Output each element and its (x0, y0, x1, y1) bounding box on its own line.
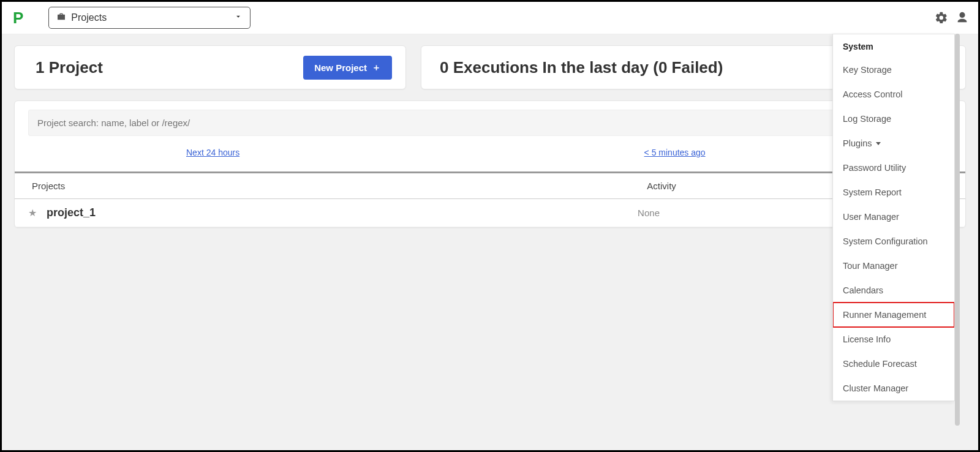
system-menu-item-password-utility[interactable]: Password Utility (833, 156, 954, 180)
system-menu-item-user-manager[interactable]: User Manager (833, 205, 954, 229)
system-menu-heading: System (833, 34, 954, 58)
table-row[interactable]: ★ project_1 None (15, 199, 965, 227)
summary-cards: 1 Project New Project ＋ 0 Executions In … (14, 45, 966, 89)
system-menu-scrollbar[interactable] (955, 34, 960, 426)
recent-link[interactable]: < 5 minutes ago (644, 148, 706, 157)
projects-list-panel: Next 24 hours < 5 minutes ago Projects A… (14, 100, 966, 228)
system-menu-item-system-configuration[interactable]: System Configuration (833, 229, 954, 254)
chevron-down-icon (234, 12, 243, 23)
system-menu-item-plugins[interactable]: Plugins (833, 131, 954, 156)
menu-item-label: Password Utility (843, 163, 906, 173)
executions-title: 0 Executions In the last day (0 Failed) (440, 58, 723, 77)
menu-item-label: Calendars (843, 285, 883, 295)
system-menu-item-schedule-forecast[interactable]: Schedule Forecast (833, 352, 954, 376)
menu-item-label: Key Storage (843, 65, 892, 75)
projects-selector[interactable]: Projects (48, 7, 251, 29)
page-body: 1 Project New Project ＋ 0 Executions In … (2, 34, 978, 450)
system-menu-item-calendars[interactable]: Calendars (833, 278, 954, 303)
caret-down-icon (876, 142, 881, 145)
next-24h-link[interactable]: Next 24 hours (186, 148, 239, 157)
plus-icon: ＋ (372, 62, 381, 73)
menu-item-label: Schedule Forecast (843, 359, 917, 369)
projects-selector-label: Projects (71, 12, 107, 23)
brand-logo: P (13, 9, 24, 28)
system-menu-item-runner-management[interactable]: Runner Management (833, 303, 954, 327)
system-menu-item-key-storage[interactable]: Key Storage (833, 58, 954, 82)
projects-summary-card: 1 Project New Project ＋ (14, 45, 406, 89)
header-projects: Projects (28, 181, 647, 191)
timeline-row: Next 24 hours < 5 minutes ago (28, 136, 952, 169)
system-menu-item-log-storage[interactable]: Log Storage (833, 107, 954, 131)
menu-item-label: Tour Manager (843, 261, 897, 271)
system-menu-item-tour-manager[interactable]: Tour Manager (833, 254, 954, 278)
menu-item-label: Log Storage (843, 114, 891, 124)
new-project-label: New Project (314, 62, 367, 73)
project-name-link[interactable]: project_1 (47, 206, 638, 219)
new-project-button[interactable]: New Project ＋ (303, 56, 392, 80)
system-menu-item-system-report[interactable]: System Report (833, 180, 954, 205)
project-search-input[interactable] (28, 110, 952, 136)
gear-icon[interactable] (934, 10, 949, 25)
menu-item-label: Runner Management (843, 310, 926, 320)
menu-item-label: System Report (843, 187, 902, 197)
project-count-title: 1 Project (36, 58, 103, 77)
menu-item-label: User Manager (843, 212, 899, 222)
system-menu-item-license-info[interactable]: License Info (833, 327, 954, 352)
table-header: Projects Activity (15, 171, 965, 199)
suitcase-icon (56, 12, 66, 24)
menu-item-label: Plugins (843, 138, 872, 148)
menu-item-label: License Info (843, 334, 891, 344)
star-icon[interactable]: ★ (28, 207, 37, 219)
system-menu-item-access-control[interactable]: Access Control (833, 82, 954, 107)
user-icon[interactable] (955, 10, 970, 25)
system-menu-item-cluster-manager[interactable]: Cluster Manager (833, 376, 954, 401)
system-menu: System Key StorageAccess ControlLog Stor… (832, 34, 955, 401)
nav-icons (934, 10, 970, 25)
menu-item-label: Cluster Manager (843, 383, 908, 393)
menu-item-label: Access Control (843, 89, 903, 99)
menu-item-label: System Configuration (843, 236, 928, 246)
navbar: P Projects (2, 2, 978, 34)
